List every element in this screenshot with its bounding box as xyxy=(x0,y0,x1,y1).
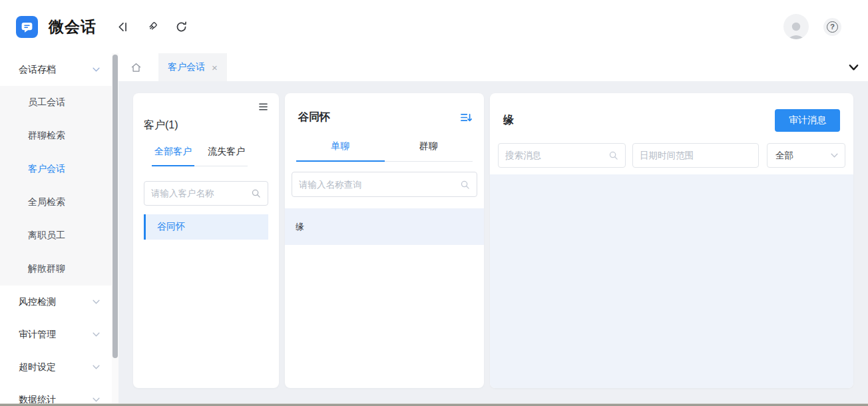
sidebar-group-audit-management[interactable]: 审计管理 xyxy=(0,318,112,351)
session-panel-title: 谷同怀 xyxy=(298,110,330,124)
sidebar-scrollbar-track xyxy=(112,53,118,406)
audit-message-button[interactable]: 审计消息 xyxy=(775,109,840,132)
session-search-box xyxy=(292,172,477,197)
message-search-box xyxy=(498,143,626,168)
session-search-input[interactable] xyxy=(299,180,460,190)
tab-single-chat[interactable]: 单聊 xyxy=(296,140,385,162)
refresh-icon[interactable] xyxy=(170,15,192,38)
collapse-sidebar-icon[interactable] xyxy=(111,15,134,38)
tab-list-chevron-down-icon[interactable] xyxy=(849,53,859,81)
customer-list-item[interactable]: 谷同怀 xyxy=(144,214,268,240)
message-panel-title: 缘 xyxy=(503,114,514,128)
close-icon[interactable]: × xyxy=(212,63,218,73)
sidebar-group-data-statistics[interactable]: 数据统计 xyxy=(0,383,112,406)
sidebar-submenu: 员工会话 群聊检索 客户会话 全局检索 离职员工 解散群聊 xyxy=(0,86,112,286)
chevron-down-icon xyxy=(93,365,100,369)
message-filters: 全部 xyxy=(498,143,845,168)
message-panel: 缘 审计消息 全部 xyxy=(490,93,853,388)
customer-tabs: 全部客户 流失客户 xyxy=(152,146,248,166)
clear-cache-brush-icon[interactable] xyxy=(140,15,163,38)
main-content: 客户会话 × 客户(1) 全部客户 流失客户 xyxy=(118,53,868,406)
tab-bar: 客户会话 × xyxy=(118,53,868,81)
sidebar-item-customer-sessions[interactable]: 客户会话 xyxy=(0,152,112,186)
sidebar-group-risk-detection[interactable]: 风控检测 xyxy=(0,286,112,318)
sidebar-item-global-search[interactable]: 全局检索 xyxy=(0,186,112,219)
sidebar: 会话存档 员工会话 群聊检索 客户会话 全局检索 离职员工 解散群聊 风控检测 … xyxy=(0,53,112,406)
message-content-area xyxy=(490,174,853,388)
sidebar-item-departed-employees[interactable]: 离职员工 xyxy=(0,219,112,252)
session-list-item[interactable]: 缘 xyxy=(285,208,484,245)
message-search-input[interactable] xyxy=(505,150,608,160)
date-range-box xyxy=(632,143,759,168)
tab-group-chat[interactable]: 群聊 xyxy=(385,140,473,161)
chevron-down-icon xyxy=(831,153,838,158)
session-panel: 谷同怀 单聊 群聊 缘 xyxy=(285,93,484,388)
sidebar-item-employee-sessions[interactable]: 员工会话 xyxy=(0,86,112,119)
home-icon[interactable] xyxy=(122,53,149,81)
customer-panel: 客户(1) 全部客户 流失客户 谷同怀 xyxy=(133,93,279,388)
sidebar-item-disbanded-groups[interactable]: 解散群聊 xyxy=(0,252,112,286)
app-header: 微会话 ? xyxy=(0,0,868,53)
customer-search-input[interactable] xyxy=(151,188,251,198)
app-title: 微会话 xyxy=(49,17,97,37)
sidebar-item-group-chat-search[interactable]: 群聊检索 xyxy=(0,119,112,152)
sort-descending-icon[interactable] xyxy=(460,112,472,122)
chevron-down-icon xyxy=(93,67,100,72)
message-type-select[interactable]: 全部 xyxy=(767,143,845,168)
chevron-down-icon xyxy=(93,300,100,304)
search-icon xyxy=(460,180,470,190)
date-range-input[interactable] xyxy=(640,150,752,160)
customer-search-box xyxy=(144,181,268,206)
customer-panel-title: 客户(1) xyxy=(144,118,268,132)
window-bottom-edge xyxy=(0,403,868,406)
chevron-down-icon xyxy=(93,397,100,402)
search-icon xyxy=(608,150,618,160)
search-icon xyxy=(251,188,261,198)
sidebar-group-session-archive[interactable]: 会话存档 xyxy=(0,53,112,86)
collapse-list-icon[interactable] xyxy=(258,102,268,113)
tab-customer-sessions[interactable]: 客户会话 × xyxy=(158,53,227,81)
sidebar-group-timeout-settings[interactable]: 超时设定 xyxy=(0,351,112,383)
help-icon[interactable]: ? xyxy=(823,18,841,36)
sidebar-scrollbar-thumb[interactable] xyxy=(112,55,118,358)
app-logo-icon xyxy=(16,16,38,38)
tab-all-customers[interactable]: 全部客户 xyxy=(152,146,194,166)
session-tabs: 单聊 群聊 xyxy=(296,140,473,162)
tab-lost-customers[interactable]: 流失客户 xyxy=(205,146,248,166)
user-avatar[interactable] xyxy=(783,14,809,39)
chevron-down-icon xyxy=(93,332,100,337)
